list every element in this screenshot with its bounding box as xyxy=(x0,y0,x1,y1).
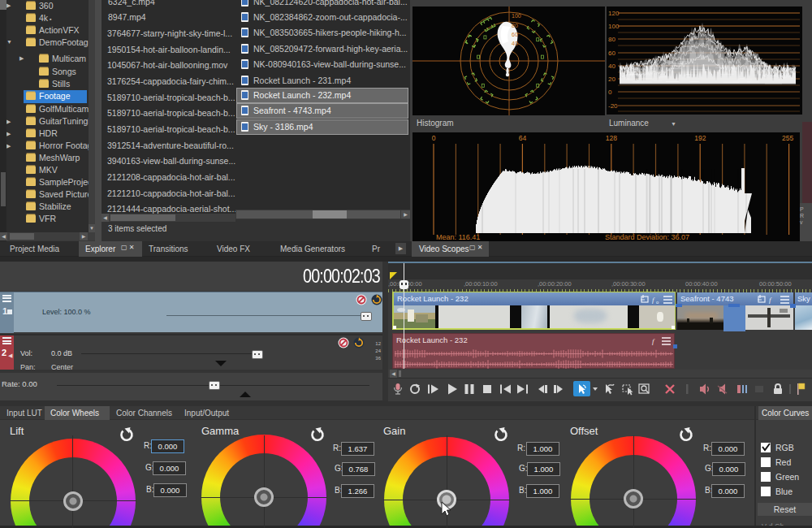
svg-text:f: f xyxy=(652,296,655,304)
svg-text:o: o xyxy=(656,300,659,305)
svg-text:100: 100 xyxy=(512,13,521,19)
svg-text:40: 40 xyxy=(512,41,518,46)
svg-text:20: 20 xyxy=(608,76,615,83)
svg-text:Standard Deviation: 36.07: Standard Deviation: 36.07 xyxy=(605,233,689,241)
svg-text:f: f xyxy=(769,296,772,304)
svg-text:64: 64 xyxy=(519,134,527,142)
svg-text:100: 100 xyxy=(608,23,620,30)
svg-text:128: 128 xyxy=(606,134,617,142)
svg-text:0: 0 xyxy=(432,134,436,142)
svg-text:120: 120 xyxy=(608,10,620,17)
svg-text:80: 80 xyxy=(512,23,518,28)
svg-text:-20: -20 xyxy=(608,102,618,110)
svg-text:40: 40 xyxy=(608,63,615,70)
svg-text:192: 192 xyxy=(694,134,706,142)
svg-text:0: 0 xyxy=(608,89,612,96)
svg-text:60: 60 xyxy=(608,50,615,57)
svg-text:f: f xyxy=(652,337,655,345)
svg-text:80: 80 xyxy=(608,36,615,43)
svg-text:60: 60 xyxy=(512,32,518,37)
svg-text:255: 255 xyxy=(782,134,793,142)
svg-text:Mean: 116.41: Mean: 116.41 xyxy=(436,233,480,241)
